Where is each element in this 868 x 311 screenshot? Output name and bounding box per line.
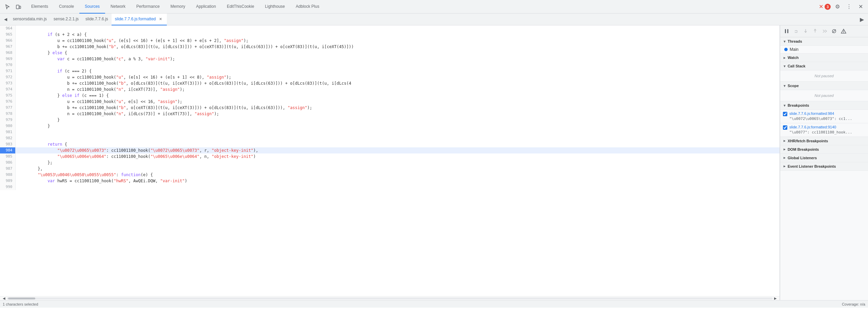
code-line-content[interactable]: if (c === 2) {	[15, 68, 780, 74]
code-line-content[interactable]: u = cc11001100_hook("u", e[s] << 16, "as…	[15, 99, 780, 105]
watch-section-header[interactable]: Watch	[780, 54, 868, 62]
code-line-content[interactable]: var hwRS = cc11001100_hook("hwRS", AwQEi…	[15, 178, 780, 184]
file-tab-slide776-formatted[interactable]: slide.7.7.6.js:formatted ✕	[112, 14, 167, 25]
line-number: 970	[0, 62, 15, 68]
event-section-header[interactable]: Event Listener Breakpoints	[780, 162, 868, 171]
file-tab-slide776[interactable]: slide.7.7.6.js	[82, 14, 112, 25]
call-stack-content: Not paused	[780, 70, 868, 82]
global-section-header[interactable]: Global Listeners	[780, 154, 868, 162]
file-tab-back[interactable]: ◀	[1, 15, 9, 23]
step-over-icon[interactable]	[792, 27, 801, 36]
code-line-content[interactable]: };	[15, 160, 780, 166]
scroll-right-icon[interactable]: ▶	[773, 296, 778, 300]
step-icon[interactable]	[820, 27, 829, 36]
tab-console[interactable]: Console	[54, 0, 79, 14]
svg-rect-2	[785, 29, 786, 33]
scope-section-header[interactable]: Scope	[780, 82, 868, 90]
more-options-icon[interactable]: ⋮	[844, 2, 854, 12]
tab-adblock[interactable]: Adblock Plus	[290, 0, 324, 14]
code-line-content[interactable]: "\u0072\u0065\u0073": cc11001100_hook("\…	[15, 147, 780, 153]
line-number: 975	[0, 92, 15, 99]
table-row: 984 "\u0072\u0065\u0073": cc11001100_hoo…	[0, 147, 780, 153]
tab-elements[interactable]: Elements	[26, 0, 54, 14]
code-line-content[interactable]: b += cc11001100_hook("b", o[dLcs(83)](t(…	[15, 44, 780, 50]
inspect-icon[interactable]	[3, 2, 12, 12]
run-script-icon[interactable]: ▶	[857, 15, 867, 24]
code-line-content[interactable]: }	[15, 123, 780, 129]
line-number: 972	[0, 74, 15, 80]
breakpoint-item-2[interactable]: slide.7.7.6.js:formatted:9140 "\u0077": …	[780, 123, 868, 137]
tab-editthiscookie[interactable]: EditThisCookie	[221, 0, 260, 14]
breakpoint-checkbox-2[interactable]	[783, 125, 787, 130]
xhr-label: XHR/fetch Breakpoints	[788, 139, 828, 143]
main-area: 964965 if (s + 2 < a) {966 u = cc1100110…	[0, 25, 868, 300]
table-row: 990	[0, 184, 780, 190]
scroll-left-icon[interactable]: ◀	[1, 296, 7, 300]
line-number: 982	[0, 135, 15, 141]
code-line-content[interactable]	[15, 25, 780, 32]
code-line-content[interactable]: "\u0053\u0046\u0050\u0055\u0055": functi…	[15, 172, 780, 178]
step-out-icon[interactable]	[811, 27, 820, 36]
scroll-thumb[interactable]	[8, 297, 35, 299]
code-line-content[interactable]: "\u0065\u006e\u0064": cc11001100_hook("\…	[15, 153, 780, 160]
code-line-content[interactable]: n = cc11001100_hook("n", i[dLcs(73)] + i…	[15, 111, 780, 117]
code-line-content[interactable]: } else if (c === 1) {	[15, 92, 780, 99]
svg-point-11	[843, 32, 844, 33]
tab-application[interactable]: Application	[191, 0, 221, 14]
pause-resume-icon[interactable]	[782, 27, 791, 36]
code-line-content[interactable]: u = cc11001100_hook("u", (e[s] << 16) + …	[15, 38, 780, 44]
code-line-content[interactable]: }	[15, 117, 780, 123]
table-row: 965 if (s + 2 < a) {	[0, 32, 780, 38]
tab-memory[interactable]: Memory	[165, 0, 191, 14]
code-line-content[interactable]	[15, 129, 780, 135]
code-line-content[interactable]: return {	[15, 141, 780, 147]
file-tab-label: sensorsdata.min.js	[13, 17, 47, 21]
file-tab-close-icon[interactable]: ✕	[158, 16, 163, 22]
code-line-content[interactable]: u = cc11001100_hook("u", (e[s] << 16) + …	[15, 74, 780, 80]
tab-lighthouse[interactable]: Lighthouse	[260, 0, 291, 14]
code-line-content[interactable]: n = cc11001100_hook("n", i[ceXT(73)], "a…	[15, 86, 780, 92]
threads-section-header[interactable]: Threads	[780, 37, 868, 46]
code-line-content[interactable]: b += cc11001100_hook("b", o[ceXT(83)](t(…	[15, 105, 780, 111]
code-line-content[interactable]	[15, 184, 780, 190]
horizontal-scrollbar[interactable]: ◀ ▶	[0, 296, 780, 300]
device-icon[interactable]	[14, 2, 23, 12]
event-chevron-icon	[783, 164, 786, 168]
close-devtools-icon[interactable]: ✕	[856, 2, 865, 12]
tab-sources[interactable]: Sources	[79, 0, 105, 14]
settings-icon[interactable]: ⚙	[833, 2, 842, 12]
table-row: 988 "\u0053\u0046\u0050\u0055\u0055": fu…	[0, 172, 780, 178]
file-tab-sensorsdata[interactable]: sensorsdata.min.js	[9, 14, 50, 25]
tab-network[interactable]: Network	[105, 0, 131, 14]
breakpoints-section-header[interactable]: Breakpoints	[780, 101, 868, 110]
breakpoint-checkbox-1[interactable]	[783, 112, 787, 116]
scroll-track[interactable]	[7, 297, 773, 299]
code-line-content[interactable]: },	[15, 166, 780, 172]
xhr-chevron-icon	[783, 139, 786, 143]
deactivate-breakpoints-icon[interactable]	[830, 27, 839, 36]
code-scroll[interactable]: 964965 if (s + 2 < a) {966 u = cc1100110…	[0, 25, 780, 296]
breakpoint-item-1[interactable]: slide.7.7.6.js:formatted:984 "\u0072\u00…	[780, 110, 868, 123]
table-row: 968 } else {	[0, 50, 780, 56]
right-panel: Threads Main Watch Call Stack Not paused…	[780, 25, 868, 300]
code-line-content[interactable]: var c = cc11001100_hook("c", a % 3, "var…	[15, 56, 780, 62]
step-into-icon[interactable]	[801, 27, 810, 36]
call-stack-chevron-icon	[783, 64, 786, 68]
call-stack-section-header[interactable]: Call Stack	[780, 62, 868, 70]
code-line-content[interactable]	[15, 62, 780, 68]
file-tab-sense[interactable]: sense.2.2.1.js	[50, 14, 82, 25]
code-line-content[interactable]: b += cc11001100_hook("b", o[dLcs(83)](t(…	[15, 80, 780, 86]
tab-performance[interactable]: Performance	[131, 0, 165, 14]
xhr-section-header[interactable]: XHR/fetch Breakpoints	[780, 137, 868, 145]
line-number: 974	[0, 86, 15, 92]
code-line-content[interactable]: if (s + 2 < a) {	[15, 32, 780, 38]
code-line-content[interactable]: } else {	[15, 50, 780, 56]
line-number: 980	[0, 123, 15, 129]
breakpoint-text-1: slide.7.7.6.js:formatted:984 "\u0072\u00…	[789, 111, 852, 122]
pause-on-exceptions-icon[interactable]	[839, 27, 848, 36]
main-thread-item[interactable]: Main	[780, 46, 868, 54]
table-row: 976 u = cc11001100_hook("u", e[s] << 16,…	[0, 99, 780, 105]
code-line-content[interactable]	[15, 135, 780, 141]
file-tab-label: slide.7.7.6.js:formatted	[115, 17, 156, 21]
dom-section-header[interactable]: DOM Breakpoints	[780, 145, 868, 154]
